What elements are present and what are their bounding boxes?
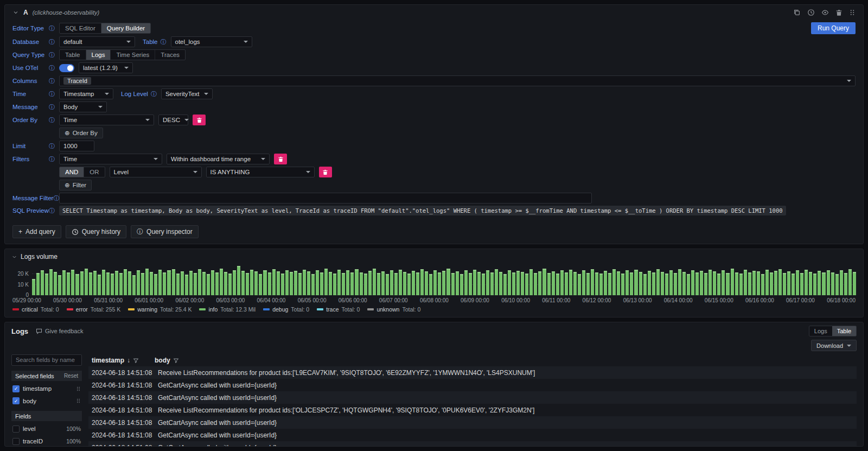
query-history-icon[interactable] (807, 9, 815, 16)
drag-handle-grip-icon[interactable] (849, 9, 856, 16)
duplicate-query-icon[interactable] (793, 9, 801, 16)
time-column-select[interactable]: Timestamp (59, 88, 113, 99)
log-row[interactable]: 2024-06-18 14:51:08Receive ListRecommend… (88, 404, 857, 416)
timestamp-column-header[interactable]: timestamp ↓ (88, 357, 155, 364)
body-checkbox[interactable]: ✓ (12, 397, 20, 404)
view-toggle-table[interactable]: Table (832, 326, 856, 336)
filter-funnel-icon[interactable] (133, 358, 139, 364)
give-feedback-link[interactable]: Give feedback (36, 328, 83, 334)
message-label-wrap: Message ⓘ (12, 104, 59, 110)
drag-handle-grip-icon[interactable] (76, 386, 81, 392)
log-row[interactable]: 2024-06-18 14:51:08Receive ListRecommend… (88, 366, 857, 379)
filter-funnel-icon[interactable] (173, 358, 179, 364)
message-filter-input[interactable] (59, 193, 592, 204)
reset-fields-button[interactable]: Reset (64, 373, 78, 379)
query-ref-id[interactable]: A (23, 9, 28, 16)
log-row[interactable]: 2024-06-18 14:51:08GetCartAsync called w… (88, 416, 857, 429)
message-column-select[interactable]: Body (59, 101, 107, 112)
legend-item-debug[interactable]: debugTotal: 0 (263, 306, 309, 313)
filter1-operator-select[interactable]: Within dashboard time range (167, 154, 270, 164)
query-inspector-button[interactable]: ⓘ Query inspector (131, 225, 199, 238)
add-filter-button[interactable]: ⊕ Filter (59, 180, 92, 190)
log-row[interactable]: 2024-06-18 14:51:08GetCartAsync called w… (88, 391, 857, 404)
query-history-button[interactable]: Query history (66, 225, 126, 238)
info-icon[interactable]: ⓘ (49, 208, 55, 214)
database-select[interactable]: default (59, 36, 135, 47)
info-icon[interactable]: ⓘ (161, 39, 167, 45)
log-row[interactable]: 2024-06-18 14:51:08GetCartAsync called w… (88, 441, 857, 446)
info-icon[interactable]: ⓘ (151, 91, 157, 97)
x-axis-label: 05/31 00:00 (94, 297, 123, 303)
info-icon[interactable]: ⓘ (49, 39, 55, 45)
volume-bar (661, 272, 664, 295)
volume-bar (58, 275, 61, 296)
columns-multiselect[interactable]: TraceId (59, 75, 856, 86)
legend-item-error[interactable]: errorTotal: 255 K (67, 306, 121, 313)
hide-response-eye-icon[interactable] (821, 9, 829, 16)
query-type-tab-traces[interactable]: Traces (155, 50, 185, 60)
filter2-and-option[interactable]: AND (60, 167, 84, 177)
info-icon[interactable]: ⓘ (53, 195, 59, 201)
order-by-field-select[interactable]: Time (59, 115, 154, 125)
limit-input[interactable] (59, 141, 94, 151)
legend-item-critical[interactable]: criticalTotal: 0 (12, 306, 59, 313)
collapse-chevron-icon[interactable] (11, 254, 17, 260)
info-icon[interactable]: ⓘ (49, 91, 55, 97)
volume-bar (433, 270, 437, 296)
download-button[interactable]: Download (811, 340, 857, 351)
volume-bar (691, 270, 694, 295)
filter2-or-option[interactable]: OR (84, 167, 104, 177)
timestamp-checkbox[interactable]: ✓ (12, 385, 20, 392)
info-icon[interactable]: ⓘ (49, 143, 55, 149)
info-icon[interactable]: ⓘ (49, 78, 55, 84)
legend-item-warning[interactable]: warningTotal: 25.4 K (128, 306, 192, 313)
loglevel-column-select[interactable]: SeverityText (161, 88, 213, 99)
add-query-button[interactable]: + Add query (12, 225, 61, 238)
filter2-field-select[interactable]: Level (110, 167, 202, 177)
view-toggle-logs[interactable]: Logs (809, 326, 832, 336)
legend-item-trace[interactable]: traceTotal: 0 (317, 306, 360, 313)
info-icon[interactable]: ⓘ (49, 52, 55, 58)
sort-desc-icon[interactable]: ↓ (127, 357, 130, 364)
volume-bar (350, 272, 354, 295)
add-order-by-button[interactable]: ⊕ Order By (59, 128, 103, 138)
info-icon[interactable]: ⓘ (49, 156, 55, 162)
editor-type-option-sql[interactable]: SQL Editor (60, 23, 101, 33)
table-select[interactable]: otel_logs (171, 36, 252, 47)
search-fields-input[interactable] (11, 354, 82, 366)
info-icon[interactable]: ⓘ (49, 104, 55, 110)
otel-version-select[interactable]: latest (1.2.9) (79, 62, 133, 73)
filter2-operator-select[interactable]: IS ANYTHING (206, 167, 315, 177)
editor-type-option-builder[interactable]: Query Builder (101, 23, 150, 33)
volume-bar (578, 274, 581, 295)
order-by-delete-button[interactable] (193, 115, 206, 125)
time-loglevel-row: Time ⓘ Timestamp Log Level ⓘ SeverityTex… (12, 88, 856, 99)
remove-query-trash-icon[interactable] (835, 9, 843, 16)
filter1-delete-button[interactable] (274, 154, 287, 164)
log-row[interactable]: 2024-06-18 14:51:08GetCartAsync called w… (88, 429, 857, 441)
use-otel-toggle[interactable] (59, 64, 74, 72)
query-type-tab-timeseries[interactable]: Time Series (111, 50, 155, 60)
query-type-tab-logs[interactable]: Logs (86, 50, 111, 60)
legend-item-unknown[interactable]: unknownTotal: 0 (367, 306, 420, 313)
info-icon[interactable]: ⓘ (49, 65, 55, 71)
traceid-checkbox[interactable] (12, 438, 20, 445)
info-icon[interactable]: ⓘ (49, 117, 55, 123)
drag-handle-grip-icon[interactable] (76, 398, 81, 404)
columns-chip-traceid[interactable]: TraceId (63, 77, 91, 85)
volume-bar (62, 270, 66, 295)
run-query-button[interactable]: Run Query (811, 22, 856, 34)
selected-field-body: ✓ body (11, 396, 82, 406)
filter1-field-select[interactable]: Time (59, 154, 162, 164)
query-type-tab-table[interactable]: Table (60, 50, 86, 60)
level-checkbox[interactable] (12, 425, 20, 433)
legend-item-info[interactable]: infoTotal: 12.3 Mil (199, 306, 256, 313)
filter2-delete-button[interactable] (319, 167, 332, 177)
volume-bar (364, 274, 367, 295)
body-column-header[interactable]: body (155, 357, 857, 364)
info-icon[interactable]: ⓘ (49, 26, 55, 31)
log-body-cell: GetCartAsync called with userId={userId} (155, 382, 857, 389)
collapse-chevron-icon[interactable] (12, 9, 19, 16)
log-row[interactable]: 2024-06-18 14:51:08GetCartAsync called w… (88, 379, 857, 391)
order-by-direction-select[interactable]: DESC (158, 115, 188, 125)
